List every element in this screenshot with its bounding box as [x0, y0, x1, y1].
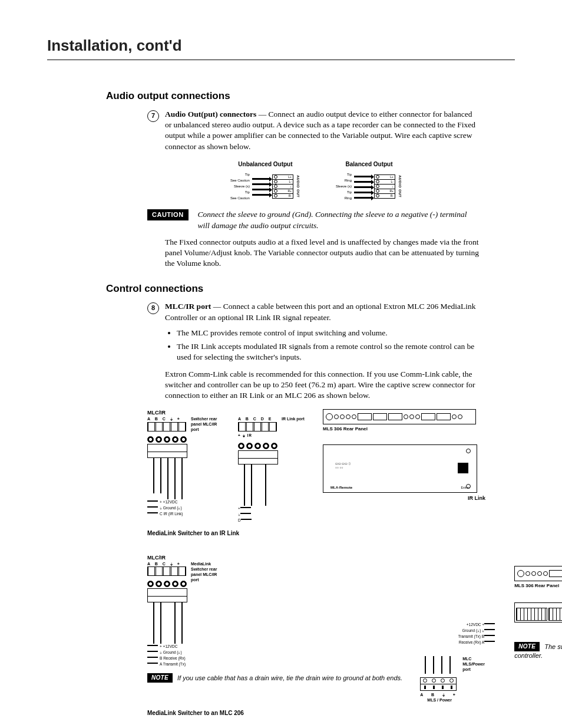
mlc-ir-heading: MLC/IR — [147, 554, 402, 561]
power-note: NOTEThe switcher provides power to the c… — [514, 642, 562, 660]
lbl: Ring — [336, 195, 352, 201]
wire-legend-left: + +12VDC ⏚ Ground (⏚) B Receive (Rx) A T… — [147, 644, 402, 667]
lbl: Ring — [336, 177, 352, 183]
diagram-switcher-to-mlc206: MLC/IR A B C ⏚ + MediaLink Switcher rear… — [147, 554, 485, 717]
caution-block: CAUTION Connect the sleeve to ground (Gn… — [147, 209, 480, 230]
control-lead: MLC/IR port — [165, 302, 211, 311]
section-control-heading: Control connections — [106, 282, 515, 296]
legend-line: B Receive (Rx) — [160, 656, 186, 660]
bullet: The IR Link accepts modulated IR signals… — [177, 341, 480, 363]
note-label: NOTE — [147, 673, 173, 683]
unbalanced-labels: Tip See Caution Sleeve (s) Tip See Cauti… — [230, 172, 250, 201]
lbl: Tip — [230, 189, 250, 195]
wire-legend-mid: + ⏚ D — [238, 506, 305, 523]
callout-7: 7 — [147, 110, 159, 122]
wire-bundle — [238, 465, 277, 506]
callout-7-row: 7 Audio Out(put) connectors — Connect an… — [147, 109, 480, 152]
port-desc: MLC MLS/Power port — [462, 656, 486, 672]
pin-label: ⏚ — [290, 185, 292, 189]
lbl: Tip — [336, 189, 352, 195]
control-lead-rest: — Connect a cable between this port and … — [165, 302, 476, 321]
port-block — [147, 422, 186, 431]
lbl: See Caution — [230, 195, 250, 201]
audio-out-side-label: AUDIO OUT — [398, 175, 402, 197]
captive-connector — [147, 444, 187, 458]
mla-remote-label: MLA-Remote — [330, 485, 352, 490]
irlink-device: ▭▭ ▭▭ ▯○○ ○○ MLA-Remote Extron — [323, 444, 477, 493]
irlink-label: IR Link — [323, 495, 485, 502]
pin-labels: A B C ⏚ + — [147, 561, 187, 566]
legend-line: C IR (IR Link) — [160, 512, 183, 516]
port-block — [238, 422, 277, 431]
lbl: See Caution — [230, 177, 250, 183]
lbl: Tip — [230, 172, 250, 177]
pin-label: R+ — [389, 189, 394, 193]
captive-screw-connector: L+ L- ⏚ R+ R- — [374, 174, 395, 199]
legend-line: A Transmit (Tx) — [160, 662, 186, 666]
mlc206-label: MLC 206 Bottom Panel — [514, 624, 562, 631]
screw-row — [147, 581, 187, 587]
mlc-port-mid: +12VDC + Ground (⏚) ⏚ Transmit (Tx) B Re… — [420, 554, 497, 703]
devices-right: MLS 306 Rear Panel ▭▭ ▭▭ ▯○○ ○○ MLA-Remo… — [323, 409, 485, 502]
captive-connector — [238, 450, 278, 465]
note-label: NOTE — [514, 642, 540, 651]
mlc-ir-paragraph: MLC/IR port — Connect a cable between th… — [165, 301, 480, 401]
drain-wire-note: NOTEIf you use cable that has a drain wi… — [147, 673, 402, 683]
unbalanced-output-diagram: Unbalanced Output Tip See Caution Sleeve… — [230, 160, 300, 202]
balanced-labels: Tip Ring Sleeve (s) Tip Ring — [336, 172, 352, 201]
mls306-rear-panel — [323, 409, 476, 424]
control-bullets: The MLC provides remote control of input… — [165, 328, 480, 363]
wire-legend-left: + +12VDC ⏚ Ground (⏚) C IR (IR Link) — [147, 499, 220, 517]
pin-labels: A B C ⏚ + — [147, 416, 187, 421]
callout-8: 8 — [147, 302, 159, 314]
pin-label: L+ — [288, 175, 292, 179]
legend-line: + +12VDC — [160, 500, 177, 504]
section-audio-heading: Audio output connections — [106, 90, 515, 103]
mls306-rear-panel — [514, 566, 562, 581]
captive-screw-connector: L+ L- ⏚ R+ R- — [272, 174, 293, 199]
audio-lead: Audio Out(put) connectors — [165, 110, 256, 118]
lbl: Sleeve (s) — [230, 183, 250, 189]
pin-label: ⏚ — [392, 185, 394, 189]
mlc-ir-heading: MLC/IR — [147, 409, 220, 416]
switcher-port-left: MLC/IR A B C ⏚ + MediaLink Switcher rear… — [147, 554, 402, 683]
legend-line: Ground (⏚) ⏚ — [462, 628, 485, 633]
irlink-port-mid: A B C D E + ⏚ IR IR Link port + — [238, 409, 305, 523]
legend-line: Transmit (Tx) B — [458, 634, 485, 638]
screw-row — [238, 443, 278, 449]
wire-legend-mid: +12VDC + Ground (⏚) ⏚ Transmit (Tx) B Re… — [420, 622, 497, 645]
mls-power-label: MLS / Power — [420, 697, 459, 703]
switcher-port-left: MLC/IR A B C ⏚ + Switcher rear panel — [147, 409, 220, 517]
wire-bundle — [147, 602, 186, 644]
audio-connector-paragraph: Audio Out(put) connectors — Connect an a… — [165, 109, 480, 152]
caution-text: Connect the sleeve to ground (Gnd). Conn… — [198, 209, 480, 230]
pin-label: L+ — [390, 175, 394, 179]
legend-line: ⏚ Ground (⏚) — [160, 650, 182, 654]
diagram-switcher-to-irlink: MLC/IR A B C ⏚ + Switcher rear panel — [147, 409, 485, 538]
balanced-title: Balanced Output — [336, 160, 402, 169]
unbalanced-title: Unbalanced Output — [230, 160, 300, 169]
pin-labels: A B C D E — [238, 416, 278, 421]
audio-wiring-diagram: Unbalanced Output Tip See Caution Sleeve… — [147, 160, 485, 202]
port-block — [147, 566, 186, 576]
legend-line: Receive (Rx) A — [459, 640, 484, 644]
lbl: Sleeve (s) — [336, 183, 352, 189]
diagram2-caption: MediaLink Switcher to an MLC 206 — [147, 709, 485, 717]
mls306-label: MLS 306 Rear Panel — [514, 583, 562, 589]
wire-bundle — [147, 458, 186, 499]
commlink-paragraph: Extron Comm-Link cable is recommended fo… — [165, 369, 480, 401]
bullet: The MLC provides remote control of input… — [177, 328, 480, 338]
pin-label: L- — [391, 180, 394, 184]
pin-label: R+ — [287, 189, 292, 193]
legend-line: ⏚ Ground (⏚) — [160, 506, 182, 510]
diagram1-caption: MediaLink Switcher to an IR Link — [147, 529, 485, 538]
mls306-label: MLS 306 Rear Panel — [323, 426, 485, 433]
mls-power-connector — [420, 677, 457, 691]
port-desc: MediaLink Switcher rear panel MLC/IR por… — [191, 561, 223, 582]
pin-label: R- — [289, 194, 292, 198]
caution-label: CAUTION — [147, 209, 189, 220]
port-desc: Switcher rear panel MLC/IR port — [191, 416, 220, 432]
pin-label: R- — [391, 194, 394, 198]
mlc206-bottom-panel — [514, 602, 562, 622]
sub-pins: + ⏚ IR — [238, 433, 278, 439]
